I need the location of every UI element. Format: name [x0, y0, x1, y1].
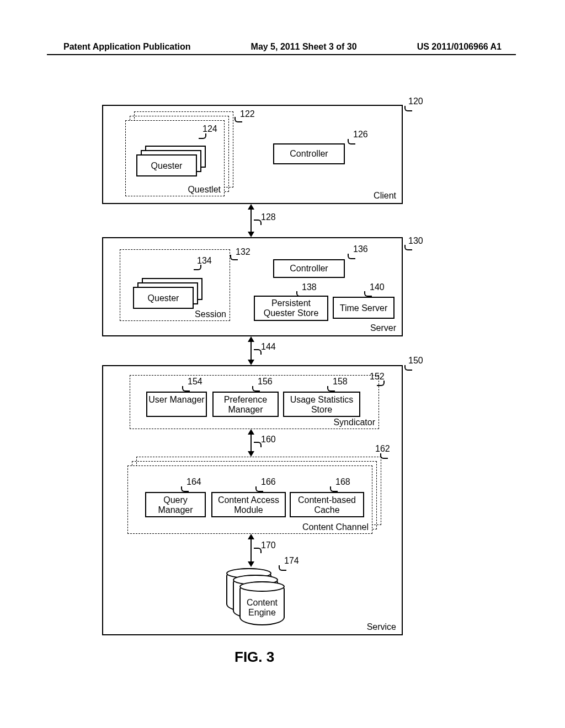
conn128-down	[248, 232, 254, 237]
conn144-ref: 144	[261, 342, 276, 352]
time-server-box: Time Server	[333, 297, 395, 319]
server-controller-box: Controller	[273, 259, 345, 278]
conn160-down	[248, 451, 254, 457]
conn160-tick	[254, 442, 262, 447]
client-controller-box: Controller	[273, 143, 345, 164]
quester-ref-tick	[199, 133, 206, 139]
figure-caption: FIG. 3	[234, 649, 274, 666]
quester-ref: 124	[202, 124, 217, 134]
srv-quester-tick	[194, 265, 201, 270]
query-manager-text: Query Manager	[146, 493, 205, 516]
user-manager-ref: 154	[188, 377, 202, 387]
content-access-text: Content Access Module	[212, 493, 285, 516]
conn160-line	[250, 433, 252, 452]
conn128-tick	[254, 220, 262, 225]
usage-stats-text: Usage Statistics Store	[284, 393, 359, 415]
time-server-text: Time Server	[334, 298, 393, 313]
server-label: Server	[370, 323, 396, 333]
server-controller-ref: 136	[353, 244, 368, 254]
content-channel-ref: 162	[375, 444, 390, 454]
user-manager-tick	[182, 386, 190, 392]
pref-manager-tick	[252, 386, 260, 392]
persistent-store-tick	[296, 291, 304, 297]
content-cache-tick	[330, 486, 338, 492]
header-center: May 5, 2011 Sheet 3 of 30	[251, 42, 357, 52]
client-ref-tick	[404, 106, 412, 111]
questlet-ref: 122	[240, 109, 255, 119]
questlet-label: Questlet	[188, 185, 221, 195]
content-engine-text: Content Engine	[241, 598, 284, 617]
session-ref: 132	[236, 247, 250, 257]
client-controller-tick	[348, 139, 355, 144]
content-access-ref: 166	[261, 477, 276, 487]
client-controller-text: Controller	[274, 144, 344, 159]
query-manager-box: Query Manager	[145, 492, 206, 517]
persistent-store-ref: 138	[302, 282, 317, 292]
header-rule	[47, 54, 516, 55]
conn128-line	[250, 208, 252, 233]
session-label: Session	[195, 309, 226, 319]
conn170-down	[248, 561, 254, 567]
query-manager-tick	[181, 486, 189, 492]
header-left: Patent Application Publication	[63, 42, 191, 52]
conn160-ref: 160	[261, 435, 276, 445]
srv-quester-1: Quester	[133, 287, 194, 309]
service-label: Service	[367, 622, 396, 632]
usage-stats-ref: 158	[333, 377, 348, 387]
quester-text: Quester	[137, 156, 196, 171]
client-ref: 120	[408, 97, 423, 106]
user-manager-box: User Manager	[146, 392, 207, 417]
conn144-down	[248, 360, 254, 365]
persistent-store-box: Persistent Quester Store	[254, 296, 328, 321]
server-controller-tick	[348, 254, 355, 259]
content-access-box: Content Access Module	[211, 492, 286, 517]
conn144-line	[250, 341, 252, 361]
content-engine-tick	[279, 565, 286, 571]
client-controller-ref: 126	[353, 130, 368, 140]
conn128-ref: 128	[261, 212, 276, 222]
user-manager-text: User Manager	[147, 393, 206, 405]
service-ref: 150	[408, 356, 423, 366]
content-cache-ref: 168	[335, 477, 350, 487]
server-controller-text: Controller	[274, 260, 344, 274]
srv-quester-text: Quester	[134, 288, 193, 303]
client-label: Client	[374, 191, 396, 201]
conn170-line	[250, 538, 252, 563]
figure-diagram: Client 120 Questlet 122 Quester 124 Cont…	[102, 99, 411, 651]
content-engine-ref: 174	[284, 556, 299, 566]
pref-manager-ref: 156	[258, 377, 273, 387]
pref-manager-text: Preference Manager	[214, 393, 278, 415]
content-cache-box: Content-based Cache	[290, 492, 364, 517]
service-ref-tick	[404, 365, 412, 371]
content-access-tick	[255, 486, 263, 492]
usage-stats-tick	[327, 386, 335, 392]
page-header: Patent Application Publication May 5, 20…	[0, 42, 565, 52]
content-channel-ref-tick	[380, 453, 388, 459]
content-engine-cyl-1: Content Engine	[239, 581, 285, 625]
usage-stats-box: Usage Statistics Store	[283, 392, 360, 417]
time-server-ref: 140	[370, 282, 385, 292]
syndicator-ref-tick	[377, 381, 385, 386]
server-ref-tick	[404, 245, 412, 250]
conn170-ref: 170	[261, 540, 276, 550]
persistent-store-text: Persistent Quester Store	[255, 297, 327, 319]
header-right: US 2011/0106966 A1	[417, 42, 502, 52]
query-manager-ref: 164	[186, 477, 201, 487]
content-channel-label: Content Channel	[302, 522, 369, 532]
questlet-ref-tick	[234, 117, 242, 122]
content-cache-text: Content-based Cache	[291, 493, 363, 516]
session-ref-tick	[230, 255, 238, 260]
quester-box-1: Quester	[136, 154, 197, 176]
syndicator-label: Syndicator	[333, 417, 375, 427]
pref-manager-box: Preference Manager	[212, 392, 279, 417]
patent-page: Patent Application Publication May 5, 20…	[0, 0, 565, 728]
conn144-tick	[254, 349, 262, 355]
time-server-tick	[364, 291, 372, 297]
conn170-tick	[254, 548, 262, 553]
